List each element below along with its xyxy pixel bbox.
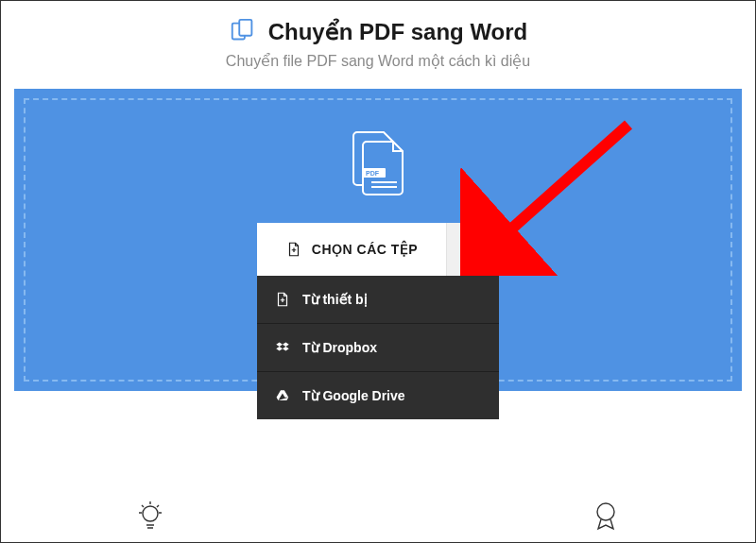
file-dropzone[interactable]: PDF CHỌN CÁC TỆP — [14, 89, 742, 391]
choose-row: CHỌN CÁC TỆP — [257, 223, 499, 276]
menu-item-device[interactable]: Từ thiết bị — [257, 276, 499, 324]
add-file-icon — [285, 241, 302, 258]
page-header: Chuyển PDF sang Word Chuyển file PDF san… — [1, 1, 755, 79]
source-menu: Từ thiết bị Từ Dropbox Từ Google Drive — [257, 276, 499, 419]
svg-point-8 — [143, 506, 158, 521]
app-frame: Chuyển PDF sang Word Chuyển file PDF san… — [0, 0, 756, 543]
menu-item-gdrive[interactable]: Từ Google Drive — [257, 372, 499, 419]
menu-item-dropbox[interactable]: Từ Dropbox — [257, 324, 499, 372]
header-row: Chuyển PDF sang Word — [1, 18, 755, 46]
menu-item-label: Từ thiết bị — [302, 292, 368, 307]
google-drive-icon — [274, 387, 291, 404]
svg-point-9 — [597, 503, 614, 520]
menu-item-label: Từ Dropbox — [302, 340, 377, 355]
choose-files-label: CHỌN CÁC TỆP — [312, 242, 418, 257]
page-title: Chuyển PDF sang Word — [268, 19, 528, 45]
add-file-icon — [274, 291, 291, 308]
svg-text:PDF: PDF — [366, 170, 380, 177]
page-subtitle: Chuyển file PDF sang Word một cách kì di… — [1, 52, 755, 70]
svg-rect-1 — [239, 20, 251, 36]
lightbulb-icon — [133, 499, 167, 533]
dropzone-wrap: PDF CHỌN CÁC TỆP — [1, 79, 755, 391]
footer-icons — [1, 499, 755, 533]
dropbox-icon — [274, 339, 291, 356]
choose-files-button[interactable]: CHỌN CÁC TỆP — [257, 223, 446, 276]
pdf-file-icon: PDF — [340, 123, 416, 198]
source-dropdown-toggle[interactable] — [446, 223, 499, 276]
menu-item-label: Từ Google Drive — [302, 388, 405, 403]
convert-icon — [229, 18, 257, 46]
chevron-up-icon — [466, 242, 481, 257]
award-icon — [589, 499, 623, 533]
